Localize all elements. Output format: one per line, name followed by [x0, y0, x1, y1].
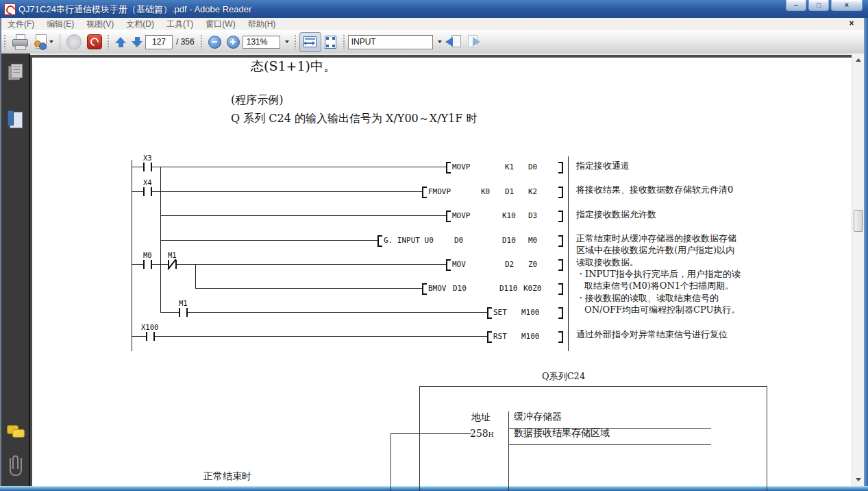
instruction-op: RST: [493, 332, 507, 341]
instruction-arg: M100: [521, 308, 540, 317]
normal-end-caption: 正常结束时: [203, 470, 251, 483]
close-bracket: [558, 259, 563, 271]
instruction-arg: M100: [521, 332, 540, 341]
instruction-arg: D1: [505, 187, 514, 196]
instruction-arg: D110: [499, 284, 518, 293]
close-bracket: [558, 162, 563, 173]
contact-m1: [179, 308, 188, 317]
close-bracket: [558, 187, 563, 198]
instruction-op: SET: [493, 308, 507, 317]
ladder-line: [195, 288, 423, 289]
annotation: ・INPUT指令执行完毕后，用户指定的读: [576, 268, 741, 280]
open-bracket: [377, 235, 382, 247]
contact-m0: [143, 260, 152, 269]
pdf-content: 态(S1+1)中。 (程序示例) Q 系列 C24 的输入输出信号为 X/Y00…: [0, 0, 868, 491]
pdf-example-description: Q 系列 C24 的输入输出信号为 X/Y00～X/Y1F 时: [231, 112, 477, 126]
instruction-arg: K2: [528, 187, 537, 196]
instruction-arg: K0Z0: [523, 284, 542, 293]
contact-label: X3: [143, 154, 152, 162]
contact-label: M1: [179, 299, 188, 307]
annotation: 指定接收数据允许数: [576, 208, 656, 221]
open-bracket: [487, 307, 492, 319]
ladder-left-rail: [132, 160, 132, 351]
connector-line: [390, 433, 471, 434]
instruction-arg: M0: [528, 236, 537, 245]
instruction-arg: K0: [481, 187, 490, 196]
ladder-line: [132, 191, 423, 192]
instruction-arg: D10: [502, 236, 516, 245]
open-bracket: [446, 162, 451, 173]
instruction-arg: K10: [502, 211, 516, 220]
open-bracket: [422, 283, 427, 295]
address-value: 258H: [470, 428, 494, 439]
ladder-right-rail: [568, 156, 569, 351]
annotation: 指定接收通道: [576, 160, 630, 172]
annotation: 将接收结果、接收数据数存储软元件清0: [576, 184, 733, 196]
close-bracket: [558, 211, 563, 222]
ladder-branch-line: [160, 167, 161, 312]
contact-label: X4: [143, 178, 152, 187]
instruction-arg: D0: [454, 236, 463, 245]
buffer-box-title: Q系列C24: [542, 370, 585, 383]
ladder-line: [132, 336, 488, 337]
ladder-line: [160, 312, 488, 313]
annotation: 区域中在接收数据允许数(用户指定)以内: [576, 244, 734, 256]
close-bracket: [558, 307, 563, 319]
instruction-op: MOV: [452, 260, 466, 269]
ladder-branch-line: [195, 264, 196, 288]
buffer-underline: [508, 444, 711, 445]
adobe-reader-window: QJ71C24串行通信模块手册（基础篇）.pdf - Adobe Reader …: [0, 0, 868, 491]
address-hex-suffix: H: [488, 431, 494, 438]
instruction-op: MOVP: [452, 211, 471, 220]
buffer-row-label: 数据接收结果存储区域: [514, 427, 610, 440]
instruction-arg: Z0: [528, 260, 537, 269]
instruction-op: FMOVP: [428, 187, 451, 196]
ladder-line: [132, 167, 447, 167]
address-label: 地址: [471, 411, 491, 424]
open-bracket: [446, 211, 451, 222]
instruction-arg: D3: [528, 211, 537, 220]
connector-line: [390, 433, 391, 491]
close-bracket: [558, 283, 563, 295]
instruction-arg: K1: [505, 163, 514, 171]
instruction-op: BMOV: [428, 284, 447, 293]
annotation: 通过外部指令对异常结束信号进行复位: [576, 328, 728, 341]
instruction-arg: D0: [528, 163, 537, 171]
contact-x4: [143, 187, 152, 196]
contact-x3: [143, 163, 152, 171]
instruction-op: G. INPUT U0: [384, 236, 434, 245]
instruction-op: MOVP: [452, 163, 471, 171]
pdf-text-line: 态(S1+1)中。: [251, 58, 336, 75]
ladder-line: [132, 264, 447, 265]
instruction-arg: D2: [505, 260, 514, 269]
open-bracket: [487, 331, 492, 343]
contact-label: X100: [141, 323, 158, 331]
open-bracket: [422, 187, 427, 198]
open-bracket: [446, 259, 451, 271]
annotation: 正常结束时从缓冲存储器的接收数据存储: [576, 232, 736, 245]
ladder-line: [160, 215, 447, 216]
annotation: ON/OFF均由可编程控制器CPU执行。: [584, 304, 741, 316]
pdf-example-heading: (程序示例): [231, 93, 283, 108]
annotation: 取结束信号(M0)将ON1个扫描周期。: [584, 280, 734, 292]
annotation: 读取接收数据。: [576, 256, 638, 269]
contact-x100: [146, 332, 155, 341]
buffer-divider-line: [508, 411, 509, 491]
ladder-line: [160, 240, 378, 241]
address-number: 258: [470, 428, 488, 439]
buffer-row-label: 缓冲存储器: [514, 411, 562, 423]
close-bracket: [558, 331, 563, 343]
close-bracket: [558, 235, 563, 247]
contact-label: M0: [143, 251, 152, 259]
instruction-arg: D10: [453, 284, 467, 293]
annotation: ・接收数据的读取、读取结束信号的: [576, 292, 719, 304]
